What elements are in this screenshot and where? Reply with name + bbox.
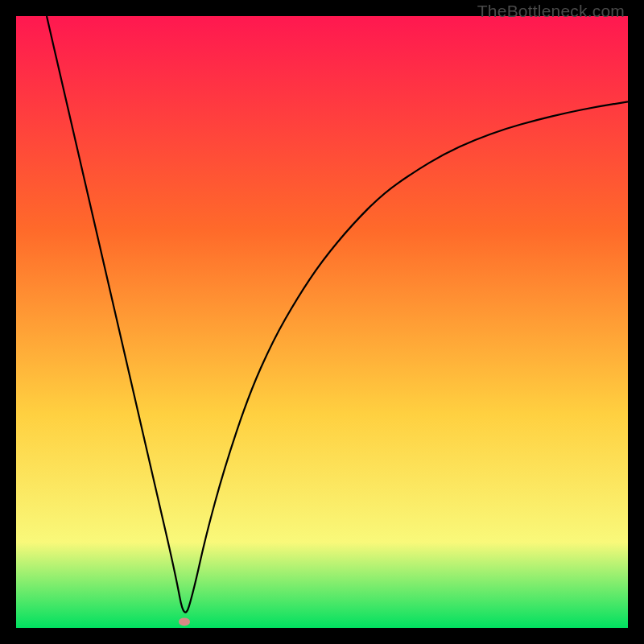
watermark-text: TheBottleneck.com (477, 2, 625, 21)
chart-frame (16, 16, 628, 628)
gradient-background (16, 16, 628, 628)
bottleneck-chart (16, 16, 628, 628)
optimal-point-marker (179, 617, 190, 625)
